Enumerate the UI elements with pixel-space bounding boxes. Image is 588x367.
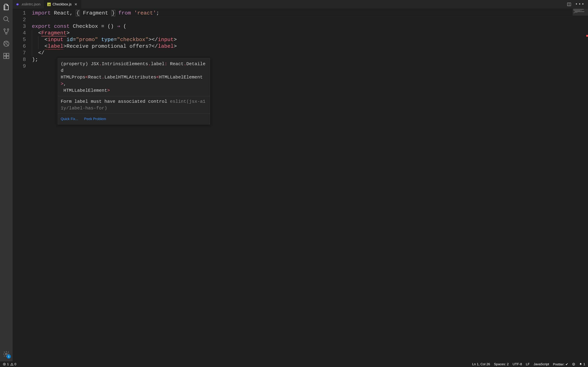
quick-fix-link[interactable]: Quick Fix...: [61, 117, 78, 121]
status-cursor[interactable]: Ln 1, Col 26: [472, 362, 490, 366]
code-line[interactable]: [32, 17, 588, 23]
svg-point-1: [4, 29, 5, 30]
tab-label: Checkbox.js: [52, 2, 72, 6]
svg-point-0: [4, 17, 8, 21]
status-feedback-icon[interactable]: [572, 363, 575, 366]
status-notifications[interactable]: 1: [579, 362, 585, 366]
line-number: 9: [13, 63, 26, 70]
code-line[interactable]: <label>Receive promotional offers?</labe…: [32, 43, 588, 50]
svg-point-18: [574, 364, 574, 364]
svg-point-2: [7, 29, 9, 30]
code-line[interactable]: </: [32, 50, 588, 56]
tab-label: .eslintrc.json: [21, 2, 40, 6]
status-spaces[interactable]: Spaces: 2: [494, 362, 509, 366]
settings-gear-icon[interactable]: 1: [1, 349, 11, 359]
svg-rect-6: [4, 56, 6, 58]
tab-actions: •••: [567, 0, 588, 8]
code-line[interactable]: <input id="promo" type="checkbox"></inpu…: [32, 36, 588, 43]
debug-icon[interactable]: [1, 39, 11, 49]
line-number: 6: [13, 43, 26, 50]
line-number: 3: [13, 23, 26, 30]
line-number: 7: [13, 50, 26, 56]
extensions-icon[interactable]: [1, 51, 11, 61]
svg-point-17: [573, 364, 573, 364]
update-badge: 1: [7, 354, 11, 359]
code-editor[interactable]: 123456789 import React, { Fragment } fro…: [13, 9, 588, 361]
more-actions-icon[interactable]: •••: [575, 2, 585, 7]
status-prettier[interactable]: Prettier: ✔: [553, 362, 568, 366]
hover-actions: Quick Fix... Peek Problem: [58, 114, 210, 124]
status-encoding[interactable]: UTF-8: [513, 362, 522, 366]
hover-message: Form label must have associated control …: [58, 96, 210, 114]
line-number: 4: [13, 30, 26, 36]
svg-point-9: [5, 353, 7, 355]
svg-text:JS: JS: [48, 3, 50, 6]
activity-bar: 1: [0, 0, 13, 361]
eslint-file-icon: [16, 3, 19, 6]
explorer-icon[interactable]: [1, 2, 11, 12]
code-line[interactable]: <Fragment>: [32, 30, 588, 36]
overview-ruler[interactable]: [586, 9, 588, 361]
status-warnings[interactable]: 0: [10, 362, 17, 366]
gutter: 123456789: [13, 9, 32, 361]
line-number: 8: [13, 56, 26, 63]
close-icon[interactable]: ✕: [74, 2, 78, 7]
error-marker[interactable]: [586, 35, 588, 37]
tab-eslintrc[interactable]: .eslintrc.json: [13, 0, 44, 8]
app-root: 1 .eslintrc.json JS Checkbox.js ✕: [0, 0, 588, 367]
hover-tooltip: (property) JSX.IntrinsicElements.label: …: [58, 58, 210, 125]
status-eol[interactable]: LF: [526, 362, 530, 366]
svg-rect-8: [7, 53, 9, 56]
source-control-icon[interactable]: [1, 26, 11, 36]
split-editor-icon[interactable]: [567, 2, 571, 7]
peek-problem-link[interactable]: Peek Problem: [84, 117, 106, 121]
status-errors[interactable]: 1: [3, 362, 9, 366]
status-bar: 1 0 Ln 1, Col 26 Spaces: 2 UTF-8 LF Java…: [0, 361, 588, 367]
svg-rect-5: [4, 53, 6, 56]
code-line[interactable]: import React, { Fragment } from 'react';: [32, 10, 588, 17]
code-line[interactable]: export const Checkbox = () ⇒ (: [32, 23, 588, 30]
status-language[interactable]: JavaScript: [534, 362, 549, 366]
hover-signature: (property) JSX.IntrinsicElements.label: …: [58, 58, 210, 96]
line-number: 5: [13, 36, 26, 43]
tab-bar: .eslintrc.json JS Checkbox.js ✕ •••: [13, 0, 588, 9]
svg-point-3: [6, 33, 7, 34]
line-number: 1: [13, 10, 26, 17]
js-file-icon: JS: [47, 3, 51, 6]
main: 1 .eslintrc.json JS Checkbox.js ✕: [0, 0, 588, 361]
tab-checkbox[interactable]: JS Checkbox.js ✕: [44, 0, 81, 8]
line-number: 2: [13, 17, 26, 23]
svg-point-16: [573, 363, 575, 366]
search-icon[interactable]: [1, 14, 11, 24]
editor-area: .eslintrc.json JS Checkbox.js ✕ •••: [13, 0, 588, 361]
svg-rect-7: [7, 56, 9, 58]
